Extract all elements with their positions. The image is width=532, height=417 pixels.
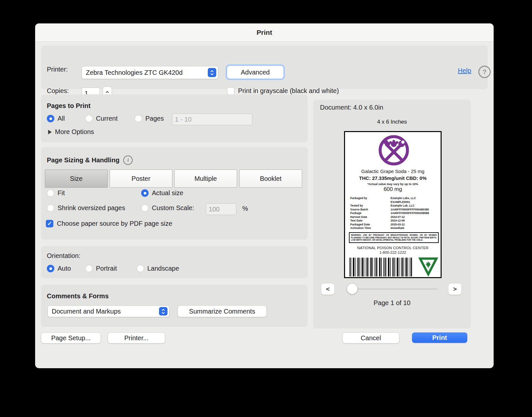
field-name: Activation Time (350, 226, 391, 230)
field-name: Tested by (350, 204, 391, 208)
radio-actual-size[interactable] (141, 189, 149, 197)
grayscale-label: Print in grayscale (black and white) (238, 87, 339, 95)
label-disclaimer: *Actual value may vary by up to 10% (345, 182, 441, 186)
radio-actual-size-label: Actual size (152, 189, 183, 197)
print-dialog: Print Printer: Zebra Technologies ZTC GK… (35, 23, 494, 368)
field-value: 1A40FFF0000FFFF000480380 (391, 208, 429, 212)
label-field-row: Packaged by Example Labs, LLC EXAMPLE000… (350, 196, 437, 204)
label-poison-center: NATIONAL POISON CONTROL CENTER (345, 246, 441, 250)
field-value: 2025-03-12 (391, 223, 405, 227)
paper-source-checkbox[interactable]: ✓ (46, 220, 53, 227)
label-poison-phone: 1-800-222-1222 (345, 250, 441, 254)
advanced-button-label: Advanced (241, 69, 270, 76)
tab-size[interactable]: Size (45, 169, 108, 188)
label-field-row: Package 1A40FFF0000FFFF000258588 (350, 211, 437, 215)
page-sizing-title: Page Sizing & Handling (47, 156, 119, 164)
summarize-comments-button[interactable]: Summarize Comments (178, 305, 267, 317)
brand-logo-icon (378, 134, 410, 167)
printer-dialog-button[interactable]: Printer... (108, 332, 165, 343)
pages-to-print-section: Pages to Print All Current Pages More Op… (41, 94, 308, 142)
label-field-row: Test Date 2024-12-09 (350, 219, 437, 223)
field-value: 1A40FFF0000FFFF000258588 (391, 211, 429, 215)
label-field-row: Source Batch 1A40FFF0000FFFF000480380 (350, 208, 437, 212)
page-setup-label: Page Setup... (51, 334, 90, 342)
field-name: Package (350, 211, 391, 215)
tab-poster[interactable]: Poster (110, 169, 172, 188)
field-value: Example Lab, LLC (391, 204, 415, 208)
grayscale-checkbox[interactable] (227, 87, 234, 95)
comments-forms-select[interactable]: Document and Markups (47, 305, 169, 317)
label-product-name: Galactic Grape Soda - 25 mg (345, 168, 441, 174)
advanced-button[interactable]: Advanced (227, 66, 284, 79)
radio-shrink[interactable] (47, 204, 54, 212)
preview-section: Document: 4.0 x 6.0in 4 x 6 Inches (313, 100, 471, 329)
radio-auto[interactable] (47, 265, 54, 272)
page-sizing-section: Page Sizing & Handling i Size Poster Mul… (41, 147, 308, 240)
field-value: 2024-12-09 (391, 219, 405, 223)
label-field-row: Harvest Date 2024-07-12 (350, 215, 437, 219)
help-link[interactable]: Help (458, 67, 471, 74)
comments-forms-select-value: Document and Markups (48, 308, 121, 315)
custom-scale-input[interactable] (206, 203, 236, 215)
cancel-button[interactable]: Cancel (342, 332, 399, 343)
radio-fit-label: Fit (58, 189, 65, 197)
radio-landscape[interactable] (137, 265, 144, 272)
more-options-label[interactable]: More Options (55, 128, 94, 136)
field-name: Harvest Date (350, 215, 391, 219)
help-question-glyph: ? (483, 68, 486, 75)
label-fields-table: Packaged by Example Labs, LLC EXAMPLE000… (350, 196, 437, 230)
next-page-button[interactable]: > (448, 284, 461, 295)
radio-auto-label: Auto (58, 265, 71, 272)
copies-label: Copies: (47, 87, 69, 95)
tab-booklet[interactable]: Booklet (239, 169, 302, 188)
printer-dialog-label: Printer... (124, 334, 148, 342)
tab-booklet-label: Booklet (260, 175, 282, 182)
field-name: Packaged by (350, 196, 391, 204)
radio-portrait[interactable] (85, 265, 93, 272)
radio-custom-scale-label: Custom Scale: (152, 204, 194, 212)
printer-label: Printer: (47, 66, 68, 73)
disclosure-triangle-icon[interactable] (48, 130, 52, 134)
comments-forms-title: Comments & Forms (47, 292, 109, 300)
dropdown-arrows-icon (159, 307, 167, 316)
print-label: Print (432, 334, 447, 342)
radio-current-label: Current (96, 115, 118, 122)
radio-shrink-label: Shrink oversized pages (58, 204, 125, 212)
label-field-row: Packaged Date 2025-03-12 (350, 223, 437, 227)
document-info: Document: 4.0 x 6.0in (320, 104, 383, 111)
dialog-titlebar: Print (35, 23, 494, 42)
label-field-row: Activation Time Immediate (350, 226, 437, 230)
field-name: Test Date (350, 219, 391, 223)
radio-pages[interactable] (135, 115, 142, 122)
page-indicator: Page 1 of 10 (313, 299, 471, 307)
radio-all-label: All (58, 115, 65, 122)
next-page-label: > (453, 286, 457, 293)
thc-warning-symbol-icon (419, 256, 438, 276)
printer-section: Printer: Zebra Technologies ZTC GK420d A… (41, 46, 488, 89)
tab-multiple-label: Multiple (194, 175, 217, 182)
radio-custom-scale[interactable] (141, 204, 149, 212)
page-slider-track[interactable] (350, 288, 437, 290)
tab-multiple[interactable]: Multiple (174, 169, 237, 188)
info-icon[interactable]: i (123, 155, 133, 165)
paper-source-label: Choose paper source by PDF page size (57, 220, 172, 227)
pages-range-input[interactable] (172, 114, 252, 125)
info-glyph: i (127, 157, 129, 163)
preview-size-caption: 4 x 6 Inches (313, 119, 471, 125)
dropdown-arrows-icon (208, 68, 216, 77)
page-setup-button[interactable]: Page Setup... (41, 332, 101, 343)
radio-current[interactable] (85, 115, 93, 122)
radio-pages-label: Pages (145, 115, 164, 122)
print-button[interactable]: Print (412, 332, 467, 343)
printer-select[interactable]: Zebra Technologies ZTC GK420d (82, 66, 218, 79)
tab-size-label: Size (70, 175, 83, 182)
field-value: Immediate (391, 226, 404, 230)
radio-all[interactable] (47, 115, 54, 122)
prev-page-button[interactable]: < (321, 284, 334, 295)
field-value: Example Labs, LLC EXAMPLE0001 (391, 196, 416, 204)
page-slider-thumb[interactable] (347, 284, 357, 294)
radio-landscape-label: Landscape (147, 265, 179, 272)
radio-fit[interactable] (47, 189, 54, 197)
pages-to-print-title: Pages to Print (47, 102, 90, 110)
help-question-icon[interactable]: ? (478, 66, 491, 78)
